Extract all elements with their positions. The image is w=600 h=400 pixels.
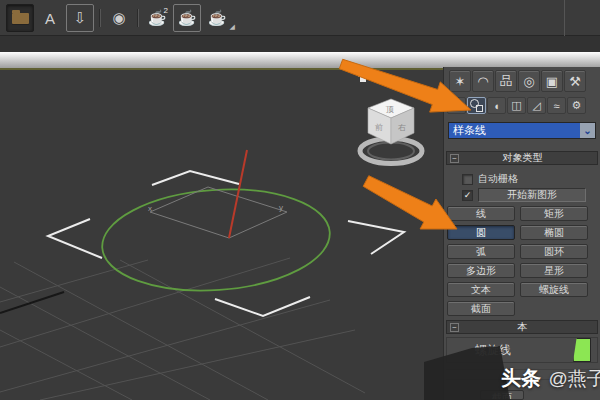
spacewarps-icon: ≈ xyxy=(553,100,559,112)
category-cameras[interactable]: ◫ xyxy=(507,97,526,114)
tab-hierarchy[interactable]: 品 xyxy=(495,70,517,92)
main-toolbar: A ⇩ ◉ ☕ 2 ☕ ☕ ◢ xyxy=(0,0,600,36)
hierarchy-icon: 品 xyxy=(500,72,513,90)
object-type-rollout-header[interactable]: − 对象类型 xyxy=(446,151,598,165)
geometry-icon: ○ xyxy=(453,100,460,112)
watermark: 头条 @燕子 xyxy=(501,365,600,392)
object-name-field[interactable]: 螺旋线 xyxy=(447,342,573,359)
rendered-frame-window-button[interactable]: ⇩ xyxy=(66,4,94,32)
toolbar-substrip xyxy=(0,36,600,52)
toolbar-separator xyxy=(137,9,139,27)
button-donut[interactable]: 圆环 xyxy=(520,244,588,259)
viewcube[interactable]: 顶 前 右 xyxy=(358,72,422,164)
toolbar-separator xyxy=(99,9,101,27)
button-rectangle[interactable]: 矩形 xyxy=(520,206,588,221)
grid-axis-dark-line xyxy=(0,292,64,313)
category-helpers[interactable]: ◿ xyxy=(527,97,546,114)
render-setup-button[interactable]: A xyxy=(37,5,63,31)
panel-tabs: ✶ ◠ 品 ◎ ▣ ⚒ xyxy=(449,70,586,92)
cameras-icon: ◫ xyxy=(511,99,521,112)
rollout-title: 对象类型 xyxy=(462,151,597,165)
command-panel: ✶ ◠ 品 ◎ ▣ ⚒ ○ ◖ ◫ ◿ ≈ ⚙ 样条线 ⌄ − 对象类型 自动栅… xyxy=(443,67,600,400)
tab-create[interactable]: ✶ xyxy=(449,70,471,92)
flyout-corner-icon: ◢ xyxy=(230,23,235,31)
tab-modify[interactable]: ◠ xyxy=(472,70,494,92)
dropdown-value: 样条线 xyxy=(449,123,580,138)
open-folder-icon xyxy=(12,13,29,24)
viewport-canvas[interactable]: x y 顶 前 右 xyxy=(0,70,443,400)
motion-icon: ◎ xyxy=(523,74,534,89)
rollout-title-fragment: 本 xyxy=(462,320,597,334)
collapse-icon[interactable]: − xyxy=(450,154,459,163)
create-icon: ✶ xyxy=(455,74,466,89)
start-new-shape-button[interactable]: 开始新图形 xyxy=(478,188,586,202)
button-text[interactable]: 文本 xyxy=(447,282,515,297)
render-disc-button[interactable]: ◉ xyxy=(106,5,132,31)
tab-motion[interactable]: ◎ xyxy=(518,70,540,92)
home-grid xyxy=(0,258,365,400)
utilities-icon: ⚒ xyxy=(569,74,581,89)
autogrid-label: 自动栅格 xyxy=(478,172,518,186)
button-helix[interactable]: 螺旋线 xyxy=(520,282,588,297)
object-color-swatch[interactable] xyxy=(573,338,591,362)
button-arc[interactable]: 弧 xyxy=(447,244,515,259)
chevron-down-icon[interactable]: ⌄ xyxy=(580,123,595,138)
rendered-frame-window-icon: ⇩ xyxy=(74,9,87,27)
category-geometry[interactable]: ○ xyxy=(447,97,466,114)
render-disc-icon: ◉ xyxy=(112,9,125,27)
watermark-brand: 头条 xyxy=(501,367,541,389)
button-section[interactable]: 截面 xyxy=(447,301,515,316)
viewcube-right-label: 右 xyxy=(398,123,406,132)
category-systems[interactable]: ⚙ xyxy=(567,97,586,114)
axis-label-right: y xyxy=(279,203,283,212)
axis-label-left: x xyxy=(148,204,152,213)
watermark-handle: @燕子 xyxy=(548,368,600,389)
quick-render-button[interactable]: ☕ ◢ xyxy=(204,5,230,31)
render-iterative-button[interactable]: ☕ 2 xyxy=(144,5,170,31)
teapot-badge: 2 xyxy=(164,6,168,15)
button-circle[interactable]: 圆 xyxy=(447,225,515,240)
button-ellipse[interactable]: 椭圆 xyxy=(520,225,588,240)
perspective-viewport[interactable]: x y 顶 前 右 xyxy=(0,70,443,400)
lights-icon: ◖ xyxy=(493,100,500,112)
viewcube-home-icon[interactable] xyxy=(358,72,368,82)
spline-type-dropdown[interactable]: 样条线 ⌄ xyxy=(448,122,596,139)
category-lights[interactable]: ◖ xyxy=(487,97,506,114)
tab-display[interactable]: ▣ xyxy=(541,70,563,92)
shapes-icon xyxy=(470,99,483,112)
viewcube-top-label: 顶 xyxy=(385,105,394,114)
render-production-teapot-icon: ☕ xyxy=(178,9,197,27)
start-new-shape-checkbox[interactable]: ✓ xyxy=(462,190,473,201)
button-ngon[interactable]: 多边形 xyxy=(447,263,515,278)
display-icon: ▣ xyxy=(546,74,558,89)
name-color-rollout-header[interactable]: − 本 xyxy=(446,320,598,334)
open-folder-button[interactable] xyxy=(6,4,34,32)
category-shapes[interactable] xyxy=(467,97,486,114)
systems-icon: ⚙ xyxy=(572,99,582,112)
create-categories: ○ ◖ ◫ ◿ ≈ ⚙ xyxy=(447,97,586,114)
toolbar-group: A ⇩ ◉ ☕ 2 ☕ ☕ ◢ xyxy=(0,0,565,36)
viewcube-ring-inner xyxy=(368,143,414,160)
autogrid-row: 自动栅格 xyxy=(462,172,518,186)
render-production-button[interactable]: ☕ xyxy=(173,4,201,32)
helpers-icon: ◿ xyxy=(532,99,540,112)
collapse-icon[interactable]: − xyxy=(450,323,459,332)
start-new-shape-row: ✓ 开始新图形 xyxy=(462,188,586,202)
autogrid-checkbox[interactable] xyxy=(462,174,473,185)
modify-icon: ◠ xyxy=(477,74,488,89)
button-star[interactable]: 星形 xyxy=(520,263,588,278)
name-and-color-row: 螺旋线 xyxy=(446,337,598,363)
category-spacewarps[interactable]: ≈ xyxy=(547,97,566,114)
viewcube-left-label: 前 xyxy=(375,123,383,132)
creation-plane-outline xyxy=(150,187,287,238)
render-setup-icon: A xyxy=(45,10,55,27)
quick-render-teapot-icon: ☕ xyxy=(208,9,227,27)
button-line[interactable]: 线 xyxy=(447,206,515,221)
tab-utilities[interactable]: ⚒ xyxy=(564,70,586,92)
